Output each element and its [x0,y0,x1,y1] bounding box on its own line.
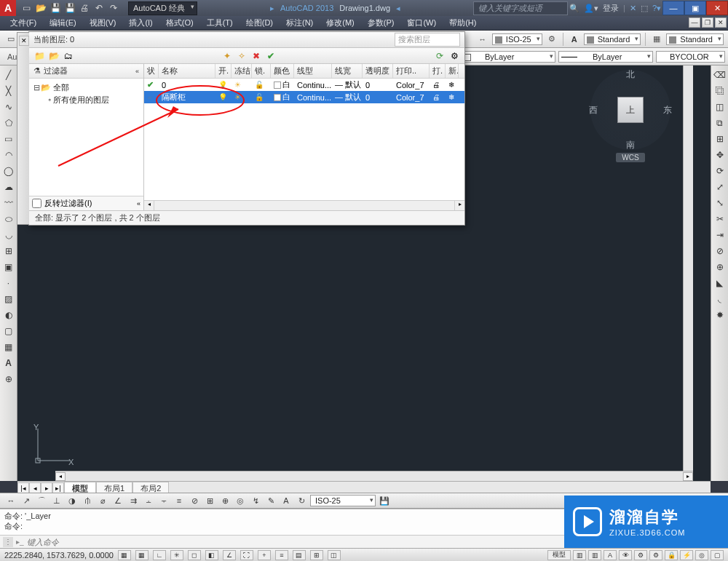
block-icon[interactable]: ▣ [2,260,15,274]
offset-icon[interactable]: ⧉ [713,116,727,130]
menu-view[interactable]: 视图(V) [84,16,122,30]
table-draw-icon[interactable]: ▦ [2,341,15,354]
menu-help[interactable]: 帮助(H) [443,16,482,30]
set-current-icon[interactable]: ✔ [265,50,277,62]
erase-icon[interactable]: ⌫ [713,68,727,81]
coords-readout[interactable]: 2225.2840, 1573.7629, 0.0000 [4,551,114,560]
close-button[interactable]: ✕ [706,1,728,15]
text-icon[interactable]: A [568,33,581,46]
plotstyle-cell[interactable]: Color_7 [393,81,430,89]
circle-icon[interactable]: ◯ [2,164,15,178]
menu-param[interactable]: 参数(P) [362,16,400,30]
hatch-icon[interactable]: ▨ [2,293,15,306]
layer-search-input[interactable]: 搜索图层 [395,33,460,47]
linetype-dropdown[interactable]: ByLayer [558,51,653,63]
lock-icon[interactable]: 🔓 [255,93,264,101]
bulb-icon[interactable]: 💡 [218,93,227,101]
dimstyle-dropdown[interactable]: ISO-25 [492,33,542,45]
viewcube-face[interactable]: 上 [617,97,644,123]
layer-states-icon[interactable]: 🗂 [63,50,74,62]
fillet-icon[interactable]: ◟ [713,293,727,306]
ws-switch-icon[interactable]: ⚙ [649,550,662,560]
qp-toggle[interactable]: ⊞ [310,550,323,560]
workspace-dropdown[interactable]: AutoCAD 经典 [128,1,197,15]
sun-icon[interactable]: ☀ [234,93,241,101]
dimdia-icon[interactable]: ⌀ [96,494,109,507]
tablestyle-dropdown[interactable]: Standard [666,33,724,45]
annoauto-icon[interactable]: ⚙ [634,550,647,560]
newvp-icon[interactable]: ❄ [448,81,454,89]
textstyle-dropdown[interactable]: Standard [584,33,641,45]
sc-toggle[interactable]: ◫ [328,550,341,560]
centermark-icon[interactable]: ⊕ [218,494,232,507]
palette-dock-handle[interactable]: ✕ [17,32,29,225]
save-icon[interactable]: 💾 [50,2,61,14]
layer-list-header[interactable]: 状 名称 开. 冻结 锁. 颜色 线型 线宽 透明度 打印.. 打. 新. [144,64,464,79]
viewcube-west[interactable]: 西 [589,104,598,116]
saveas-icon[interactable]: 💾 [64,2,76,14]
menu-dim[interactable]: 标注(N) [280,16,319,30]
revcloud-icon[interactable]: ☁ [2,180,15,194]
line-icon[interactable]: ╱ [2,68,15,81]
region-icon[interactable]: ▢ [2,325,15,338]
help-search[interactable]: 键入关键字或短语 [473,1,568,15]
linetype-cell[interactable]: Continu... [294,93,332,102]
dimaligned-icon[interactable]: ↗ [20,494,33,507]
doc-restore-button[interactable]: ❐ [702,17,713,28]
undo-icon[interactable]: ↶ [93,2,105,14]
printer-icon[interactable]: 🖨 [432,81,440,89]
model-paper-toggle[interactable]: 模型 [547,550,571,560]
tab-arrow-icon[interactable]: ◂ [396,4,400,13]
gradient-icon[interactable]: ◐ [2,309,15,322]
dimbreak-icon[interactable]: ⊘ [188,494,201,507]
annoscale-icon[interactable]: A [604,550,617,560]
polyline-icon[interactable]: ∿ [2,100,15,114]
dim-icon[interactable]: ↔ [476,33,489,46]
palette-close-icon[interactable]: ✕ [19,36,29,46]
col-name[interactable]: 名称 [159,64,215,78]
tpy-toggle[interactable]: ▤ [293,550,306,560]
hardware-accel-icon[interactable]: ⚡ [680,550,693,560]
addselected-icon[interactable]: ⊕ [2,373,15,386]
tolerance-icon[interactable]: ⊞ [203,494,216,507]
dimord-icon[interactable]: ⊥ [50,494,63,507]
mtext-icon[interactable]: A [2,357,15,370]
trim-icon[interactable]: ✂ [713,212,727,226]
toolbar-lock-icon[interactable]: 🔒 [665,550,678,560]
quickview-drawings-icon[interactable]: ▥ [588,550,601,560]
explode-icon[interactable]: ✸ [713,309,727,322]
settings-icon[interactable]: ⚙ [448,50,460,62]
col-lock[interactable]: 锁. [252,64,271,78]
collapse-icon[interactable]: « [135,68,139,75]
dimupdate-icon[interactable]: ↻ [295,494,308,507]
col-on[interactable]: 开. [215,64,232,78]
expand-icon[interactable]: « [137,200,141,207]
rectangle-icon[interactable]: ▭ [2,132,15,146]
annovis-icon[interactable]: 👁 [619,550,632,560]
col-transparency[interactable]: 透明度 [363,64,393,78]
app-logo[interactable]: A [0,0,16,16]
table-icon[interactable]: ▦ [650,33,663,46]
scroll-left-icon[interactable]: ◂ [55,472,66,481]
rotate-icon[interactable]: ⟳ [713,164,727,178]
menu-tools[interactable]: 工具(T) [201,16,239,30]
menu-edit[interactable]: 编辑(E) [44,16,82,30]
mirror-icon[interactable]: ◫ [713,100,727,114]
linetype-cell[interactable]: Continu... [294,81,332,89]
viewcube-north[interactable]: 北 [626,68,635,81]
polygon-icon[interactable]: ⬠ [2,116,15,130]
dimstyle-save-icon[interactable]: 💾 [378,494,391,507]
cmd-handle-icon[interactable]: ⋮ [3,537,13,547]
menu-modify[interactable]: 修改(M) [320,16,360,30]
dimtedit-icon[interactable]: A [280,494,293,507]
dimjogline-icon[interactable]: ↯ [249,494,262,507]
filter-tree-body[interactable]: ⊟📂 全部 ⸰ 所有使用的图层 [29,79,143,196]
dimlinear-icon[interactable]: ↔ [4,494,17,507]
maximize-button[interactable]: ▣ [684,1,706,15]
refresh-icon[interactable]: ⟳ [434,50,446,62]
snap-toggle[interactable]: ▦ [118,550,131,560]
new-icon[interactable]: ▭ [20,2,32,14]
dimbase-icon[interactable]: ⫠ [142,494,155,507]
new-group-filter-icon[interactable]: 📂 [48,50,60,62]
stretch-icon[interactable]: ⤡ [713,196,727,210]
